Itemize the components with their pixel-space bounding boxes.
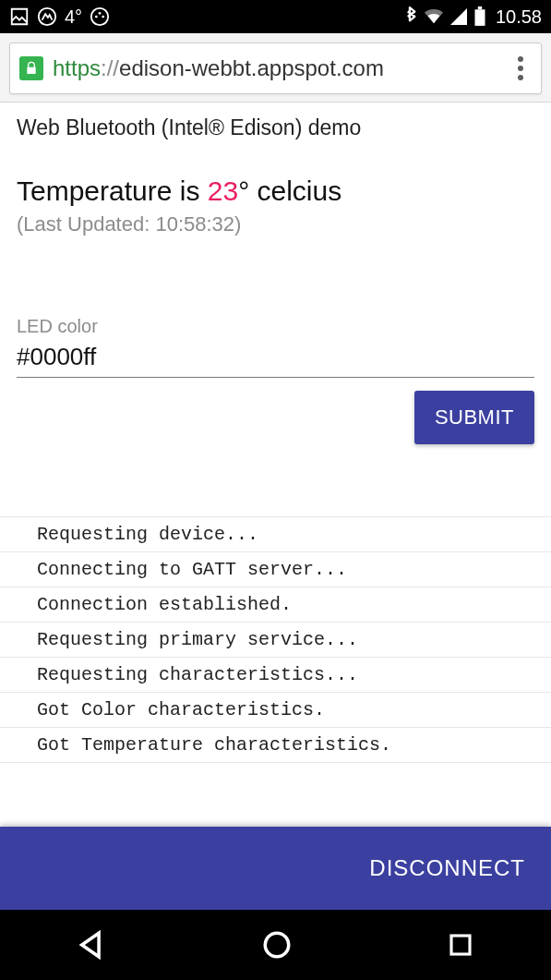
back-icon[interactable] [77, 929, 108, 961]
lock-icon [19, 56, 43, 80]
url-host: edison-webbt.appspot.com [119, 55, 384, 80]
temperature-heading: Temperature is 23° celcius [17, 175, 534, 207]
last-updated: (Last Updated: 10:58:32) [17, 212, 534, 236]
mountain-icon [37, 6, 57, 27]
status-temperature: 4° [65, 6, 82, 28]
page-content: Web Bluetooth (Intel® Edison) demo Tempe… [0, 103, 551, 763]
svg-point-3 [99, 12, 102, 15]
sync-icon [90, 6, 110, 27]
svg-rect-6 [478, 6, 482, 9]
svg-rect-8 [451, 936, 470, 954]
log-row: Got Color characteristics. [0, 693, 551, 728]
browser-toolbar: https://edison-webbt.appspot.com [0, 33, 551, 103]
svg-point-1 [91, 8, 108, 25]
log-row: Requesting device... [0, 517, 551, 552]
url-separator: :// [101, 55, 119, 80]
temperature-prefix: Temperature is [17, 175, 208, 206]
svg-point-7 [266, 933, 290, 957]
wifi-icon [424, 7, 444, 26]
battery-icon [473, 6, 486, 27]
svg-rect-5 [474, 9, 485, 26]
log-row: Requesting primary service... [0, 623, 551, 658]
url-scheme: https [53, 55, 101, 80]
cell-signal-icon [449, 7, 468, 26]
log-row: Connecting to GATT server... [0, 552, 551, 587]
log-row: Requesting characteristics... [0, 658, 551, 693]
status-clock: 10.58 [496, 6, 542, 28]
home-icon[interactable] [261, 929, 293, 961]
led-color-label: LED color [17, 316, 534, 337]
log-row: Got Temperature characteristics. [0, 728, 551, 763]
android-nav-bar [0, 910, 551, 980]
picture-icon [9, 6, 30, 27]
led-color-input[interactable] [17, 341, 534, 378]
address-bar[interactable]: https://edison-webbt.appspot.com [9, 42, 542, 94]
log-list: Requesting device...Connecting to GATT s… [0, 516, 551, 763]
submit-button[interactable]: SUBMIT [414, 391, 534, 444]
android-status-bar: 4° 10.58 [0, 0, 551, 33]
bluetooth-icon [403, 6, 418, 27]
browser-menu-button[interactable] [509, 51, 532, 86]
temperature-suffix: ° celcius [238, 175, 341, 206]
svg-point-2 [95, 16, 98, 18]
temperature-value: 23 [208, 175, 238, 206]
url-text: https://edison-webbt.appspot.com [53, 55, 500, 81]
svg-point-4 [102, 16, 104, 18]
recents-icon[interactable] [447, 931, 474, 959]
disconnect-button[interactable]: DISCONNECT [369, 855, 525, 881]
log-row: Connection established. [0, 587, 551, 623]
page-title: Web Bluetooth (Intel® Edison) demo [17, 115, 534, 140]
app-bottom-bar: DISCONNECT [0, 827, 551, 910]
